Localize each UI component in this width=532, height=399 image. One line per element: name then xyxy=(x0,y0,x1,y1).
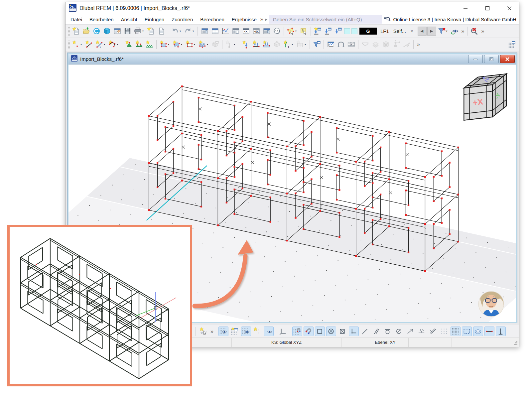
model-maximize-button[interactable] xyxy=(484,55,499,63)
resize-grip[interactable] xyxy=(512,340,519,347)
snap-points-button[interactable] xyxy=(439,327,449,336)
previous-load-case[interactable]: ◀ xyxy=(418,27,427,36)
color-swatch-2[interactable] xyxy=(351,28,357,34)
new-visibility-button[interactable] xyxy=(198,327,208,336)
minimize-button[interactable] xyxy=(458,3,473,13)
toolbar-grip[interactable] xyxy=(68,27,70,36)
model-window-title-bar[interactable]: Import_Blocks_.rf6* xyxy=(68,54,516,65)
new-node-button[interactable] xyxy=(71,39,81,50)
snap-crossing-button[interactable] xyxy=(428,327,438,336)
new-node-dropdown-icon[interactable]: ▾ xyxy=(80,43,84,46)
new-shell-button[interactable] xyxy=(171,39,182,50)
display-grid-button[interactable] xyxy=(451,327,461,336)
panels-button[interactable] xyxy=(230,26,241,36)
scripting-button[interactable]: >SC xyxy=(251,26,261,36)
menu-item-berechnen[interactable]: Berechnen xyxy=(197,15,228,24)
show-guidelines-button[interactable] xyxy=(241,327,251,336)
support-button[interactable] xyxy=(272,26,282,36)
table-view-button[interactable] xyxy=(507,39,517,50)
visibilities-button[interactable] xyxy=(450,26,460,36)
snap-nearest-button[interactable] xyxy=(417,327,427,336)
new-surface-button[interactable] xyxy=(158,39,169,50)
printout-report-button[interactable] xyxy=(156,26,166,36)
new-line-support-button[interactable] xyxy=(134,39,144,50)
new-polyline-dropdown-icon[interactable]: ▾ xyxy=(117,43,120,46)
undo-button[interactable] xyxy=(170,26,180,36)
new-opening-dropdown-icon[interactable]: ▾ xyxy=(194,43,197,46)
snap-centers-button[interactable] xyxy=(326,327,336,336)
menu-item-ansicht[interactable]: Ansicht xyxy=(117,15,141,24)
toolbar-grip[interactable] xyxy=(68,40,70,49)
load-generation-button[interactable] xyxy=(295,39,305,50)
snap-quadrants-button[interactable] xyxy=(394,327,404,336)
snap-to-grid-button[interactable] xyxy=(292,327,302,336)
add-remove-selection-button[interactable] xyxy=(299,26,309,36)
toolbar-overflow-icon[interactable]: » xyxy=(479,28,485,34)
selection-window-button[interactable] xyxy=(462,327,472,336)
guideline-visibility-button[interactable] xyxy=(264,327,274,336)
insert-object-dialog-button[interactable] xyxy=(313,26,323,36)
new-member-load-button[interactable] xyxy=(251,39,261,50)
edit-grid-button[interactable] xyxy=(230,327,240,336)
new-block-button[interactable] xyxy=(210,39,220,50)
new-nodal-load-button[interactable] xyxy=(241,39,251,50)
undo-dropdown-icon[interactable]: ▾ xyxy=(180,30,183,33)
console-button[interactable]: >>_ xyxy=(241,26,251,36)
new-guideline-button[interactable] xyxy=(252,327,262,336)
new-solid-load-button[interactable] xyxy=(272,39,282,50)
work-plane-button[interactable] xyxy=(278,327,288,336)
tables-button[interactable] xyxy=(210,26,220,36)
section-frame-button[interactable] xyxy=(336,39,346,50)
menu-item-ergebnisse[interactable]: Ergebnisse xyxy=(228,15,260,24)
save-model-button[interactable] xyxy=(122,26,133,36)
new-line-button[interactable] xyxy=(84,39,94,50)
ortho-mode-button[interactable] xyxy=(496,327,506,336)
print-button[interactable] xyxy=(133,26,143,36)
new-member-dropdown-icon[interactable]: ▾ xyxy=(104,43,107,46)
special-selection-dropdown-icon[interactable]: ▾ xyxy=(295,30,299,33)
line-grid-button[interactable] xyxy=(484,327,494,336)
fly-through-button[interactable] xyxy=(401,39,412,50)
special-selection-button[interactable] xyxy=(286,26,296,36)
menu-item-zuordnen[interactable]: Zuordnen xyxy=(168,15,197,24)
model-navigator-button[interactable] xyxy=(102,26,112,36)
new-surface-load-button[interactable] xyxy=(261,39,272,50)
snap-intersections-button[interactable] xyxy=(337,327,347,336)
deformed-structure-button[interactable] xyxy=(391,39,401,50)
insert-object-graphic-button[interactable] xyxy=(333,26,343,36)
menu-expand-icon[interactable]: ▶ xyxy=(265,18,268,21)
search-icon[interactable] xyxy=(384,16,391,23)
next-load-case[interactable]: ▶ xyxy=(427,27,436,36)
close-button[interactable] xyxy=(502,3,517,13)
load-case-type-badge[interactable]: G xyxy=(359,28,377,35)
solid-results-button[interactable] xyxy=(381,39,391,50)
load-case-combo[interactable]: Self...∨ xyxy=(391,28,415,35)
new-surface-dropdown-icon[interactable]: ▾ xyxy=(168,43,171,46)
maximize-button[interactable] xyxy=(480,3,495,13)
properties-panel-button[interactable] xyxy=(261,26,272,36)
model-minimize-button[interactable] xyxy=(468,55,483,63)
object-snap-button[interactable] xyxy=(304,327,314,336)
animation-button[interactable] xyxy=(346,39,356,50)
new-solid-dropdown-icon[interactable]: ▾ xyxy=(207,43,210,46)
snap-tangent-button[interactable] xyxy=(360,327,370,336)
new-member-button[interactable]: I xyxy=(94,39,104,50)
recent-models-button[interactable] xyxy=(91,26,102,36)
snap-parallel-button[interactable] xyxy=(371,327,381,336)
cancel-zoom-button[interactable] xyxy=(469,26,479,36)
new-imperfection-button[interactable]: I xyxy=(282,39,292,50)
new-solid-button[interactable] xyxy=(197,39,207,50)
new-shell-dropdown-icon[interactable]: ▾ xyxy=(181,43,184,46)
snap-midpoints-button[interactable] xyxy=(383,327,393,336)
snap-extension-button[interactable] xyxy=(405,327,415,336)
navigator-panel-button[interactable] xyxy=(200,26,210,36)
redo-dropdown-icon[interactable]: ▾ xyxy=(193,30,196,33)
result-diagrams-panel-button[interactable] xyxy=(220,26,230,36)
new-nodal-support-button[interactable] xyxy=(124,39,134,50)
new-printout-report-button[interactable] xyxy=(146,26,156,36)
display-layers-button[interactable] xyxy=(473,327,483,336)
toolbar-overflow-icon[interactable]: » xyxy=(415,42,421,48)
print-dropdown-icon[interactable]: ▾ xyxy=(142,30,146,33)
show-grid-button[interactable] xyxy=(218,327,228,336)
result-diagram-window-button[interactable] xyxy=(326,39,336,50)
